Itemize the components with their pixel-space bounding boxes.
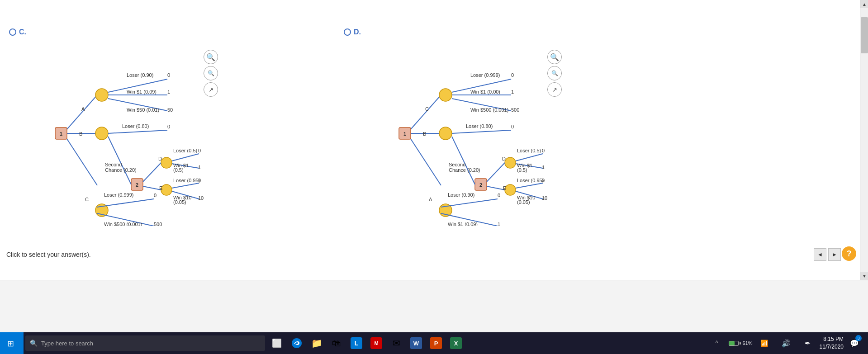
svg-text:10: 10: [198, 195, 204, 201]
svg-text:1: 1: [511, 89, 514, 94]
tree-diagram-c: 1 2 Loser (0.90) 0 Win $1 (0.09) 1 Win $…: [27, 45, 217, 222]
scroll-down-arrow[interactable]: ▼: [860, 272, 868, 280]
edge-icon: [291, 338, 302, 349]
svg-text:C: C: [425, 106, 429, 112]
clock-time: 8:15 PM: [820, 335, 844, 343]
svg-text:C: C: [85, 197, 89, 202]
volume-icon[interactable]: 🔊: [776, 332, 796, 354]
option-d-label[interactable]: D.: [344, 28, 361, 36]
svg-line-28: [143, 186, 161, 190]
taskbar-search-text: Type here to search: [41, 340, 93, 347]
store-button[interactable]: 🛍: [327, 332, 346, 354]
svg-text:0: 0: [542, 148, 545, 153]
powerpoint-icon: P: [430, 337, 442, 349]
svg-text:E: E: [159, 185, 162, 191]
svg-text:0: 0: [167, 124, 170, 129]
svg-text:D: D: [158, 156, 162, 161]
l-app-icon: L: [351, 337, 362, 349]
svg-text:(0.05): (0.05): [173, 199, 186, 205]
svg-text:2: 2: [136, 182, 138, 188]
pen-icon[interactable]: ✒: [798, 332, 818, 354]
battery-fill: [729, 341, 735, 345]
powerpoint-button[interactable]: P: [426, 332, 446, 354]
next-arrow-button[interactable]: ►: [828, 248, 841, 261]
notification-badge: 3: [855, 335, 862, 341]
taskbar: ⊞ 🔍 Type here to search ⬜ 📁 🛍 L M ✉ W: [0, 332, 868, 354]
option-c-text: C.: [19, 28, 26, 36]
start-button[interactable]: ⊞: [0, 332, 24, 354]
mail-button[interactable]: ✉: [386, 332, 406, 354]
task-view-icon: ⬜: [272, 338, 282, 348]
option-d-text: D.: [354, 28, 361, 36]
edge-app-button[interactable]: [287, 332, 307, 354]
scroll-up-arrow[interactable]: ▲: [860, 0, 868, 8]
option-c-label[interactable]: C.: [9, 28, 26, 36]
click-instruction: Click to select your answer(s).: [6, 251, 91, 258]
svg-text:1: 1: [498, 222, 500, 226]
battery-pct-text: 61%: [743, 340, 753, 346]
svg-text:2: 2: [479, 182, 482, 188]
svg-point-58: [439, 127, 452, 140]
svg-text:D: D: [502, 156, 506, 161]
svg-text:Loser (0.90): Loser (0.90): [127, 72, 153, 78]
svg-text:50: 50: [167, 107, 173, 113]
scrollbar-track[interactable]: ▲ ▼: [860, 0, 868, 280]
option-c-radio[interactable]: [9, 28, 16, 36]
svg-text:(0.5): (0.5): [517, 167, 527, 173]
svg-text:Loser (0.999): Loser (0.999): [470, 72, 500, 78]
word-button[interactable]: W: [406, 332, 426, 354]
help-button[interactable]: ?: [842, 246, 856, 261]
notification-button[interactable]: 💬 3: [845, 332, 863, 354]
svg-line-22: [108, 137, 131, 184]
svg-text:Loser (0.80): Loser (0.80): [466, 123, 493, 129]
l-app-button[interactable]: L: [346, 332, 366, 354]
svg-text:Win $1 (0.09): Win $1 (0.09): [448, 222, 478, 226]
svg-text:0: 0: [542, 178, 545, 183]
svg-line-45: [97, 199, 154, 207]
scrollbar-thumb[interactable]: [861, 17, 868, 53]
svg-line-99: [441, 199, 498, 207]
clock-date: 11/7/2020: [820, 343, 844, 351]
svg-text:B: B: [423, 131, 426, 137]
mcafee-icon: M: [370, 337, 382, 349]
svg-point-26: [161, 184, 172, 195]
excel-button[interactable]: X: [446, 332, 466, 354]
svg-text:Win $500 (0.001): Win $500 (0.001): [104, 222, 142, 226]
svg-text:1: 1: [60, 131, 62, 137]
svg-text:Loser (0.5): Loser (0.5): [173, 148, 197, 153]
taskbar-search-bar[interactable]: 🔍 Type here to search: [25, 335, 265, 351]
svg-text:Loser (0.95): Loser (0.95): [517, 178, 544, 183]
taskbar-clock[interactable]: 8:15 PM 11/7/2020: [820, 335, 844, 351]
svg-text:Second: Second: [105, 162, 122, 167]
svg-text:0: 0: [198, 148, 201, 153]
svg-line-91: [516, 183, 543, 188]
svg-text:0: 0: [154, 193, 157, 198]
svg-text:Loser (0.90): Loser (0.90): [448, 192, 474, 198]
svg-text:10: 10: [542, 195, 547, 201]
svg-line-82: [487, 186, 505, 190]
file-explorer-button[interactable]: 📁: [307, 332, 327, 354]
svg-text:(0.5): (0.5): [173, 167, 184, 173]
svg-text:Chance (0.20): Chance (0.20): [449, 167, 480, 173]
svg-point-79: [505, 157, 516, 168]
prev-arrow-button[interactable]: ◄: [814, 248, 826, 261]
battery-indicator[interactable]: 61%: [729, 340, 753, 346]
svg-point-3: [95, 89, 108, 101]
svg-text:Win $1 (0.09): Win $1 (0.09): [127, 89, 157, 94]
svg-text:A: A: [81, 106, 85, 112]
svg-text:E: E: [503, 185, 506, 191]
task-view-button[interactable]: ⬜: [267, 332, 287, 354]
svg-text:B: B: [79, 131, 82, 137]
svg-text:500: 500: [154, 222, 162, 226]
chevron-up-icon[interactable]: ^: [707, 332, 727, 354]
svg-text:Loser (0.95): Loser (0.95): [173, 178, 200, 183]
battery-tip: [740, 342, 741, 345]
option-d-radio[interactable]: [344, 28, 351, 36]
mcafee-button[interactable]: M: [366, 332, 386, 354]
svg-text:(0.05): (0.05): [517, 199, 530, 205]
network-icon[interactable]: 📶: [754, 332, 774, 354]
svg-point-57: [439, 89, 452, 101]
svg-text:0: 0: [511, 72, 514, 78]
svg-line-76: [452, 137, 475, 184]
svg-text:0: 0: [498, 193, 500, 198]
